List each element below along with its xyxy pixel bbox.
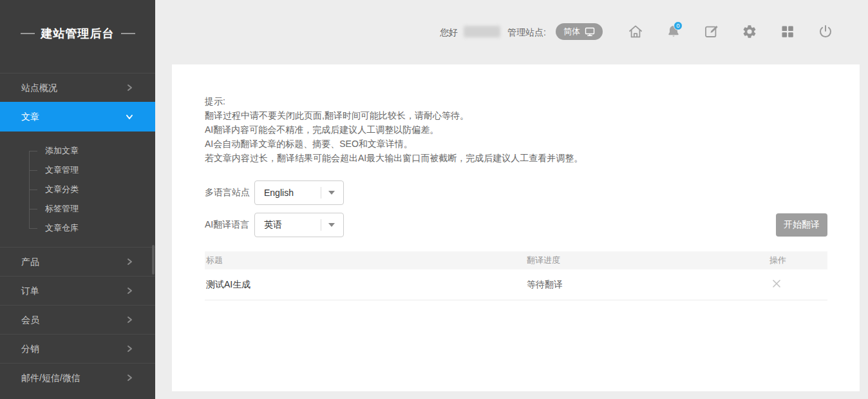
tips-block: 提示: 翻译过程中请不要关闭此页面,翻译时间可能比较长，请耐心等待。 AI翻译内… (205, 94, 583, 165)
submenu-item-add-article[interactable]: 添加文章 (0, 141, 155, 161)
sidebar-item-products[interactable]: 产品 (0, 247, 155, 276)
sidebar-item-label: 产品 (21, 257, 39, 267)
sidebar-item-orders[interactable]: 订单 (0, 276, 155, 305)
row-progress: 等待翻译 (527, 279, 769, 291)
notification-badge: 0 (674, 21, 683, 30)
sidebar-item-label: 站点概况 (21, 83, 57, 93)
chevron-right-icon (126, 287, 133, 295)
ai-language-row: AI翻译语言 英语 (205, 213, 344, 237)
chevron-right-icon (126, 258, 133, 266)
submenu-item-article-management[interactable]: 文章管理 (0, 161, 155, 180)
close-icon[interactable] (771, 278, 782, 289)
submenu-item-label: 标签管理 (45, 204, 79, 213)
articles-submenu: 添加文章 文章管理 文章分类 标签管理 文章仓库 (0, 131, 155, 247)
multilang-site-select[interactable]: English (254, 180, 344, 205)
multilang-site-label: 多语言站点 (205, 187, 254, 199)
select-divider (321, 219, 321, 231)
content-card: 提示: 翻译过程中请不要关闭此页面,翻译时间可能比较长，请耐心等待。 AI翻译内… (172, 64, 860, 391)
table-header-row: 标题 翻译进度 操作 (205, 251, 827, 269)
submenu-item-label: 文章分类 (45, 184, 79, 194)
multilang-site-row: 多语言站点 English (205, 180, 344, 205)
sidebar-item-label: 文章 (21, 112, 39, 122)
sidebar-menu: 站点概况 文章 添加文章 文章管理 文章分类 标签管理 文章仓库 产品 订单 会… (0, 73, 155, 392)
table-header-title: 标题 (205, 255, 527, 266)
sidebar-item-site-overview[interactable]: 站点概况 (0, 73, 155, 102)
sidebar-item-label: 会员 (21, 315, 39, 325)
home-icon[interactable] (628, 24, 643, 39)
tips-line: 翻译过程中请不要关闭此页面,翻译时间可能比较长，请耐心等待。 (205, 108, 583, 122)
tips-line: 若文章内容过长，翻译结果可能会超出AI最大输出窗口而被截断，完成后建议人工查看并… (205, 151, 583, 165)
chevron-right-icon (126, 345, 133, 353)
chevron-right-icon (126, 84, 133, 92)
submenu-item-label: 文章管理 (45, 165, 79, 175)
table-header-progress: 翻译进度 (527, 255, 769, 266)
language-switch-button[interactable]: 简体 (556, 23, 603, 40)
multilang-site-value: English (255, 188, 321, 198)
row-action-cell (769, 278, 827, 291)
title-dash-right (121, 33, 135, 34)
select-divider (321, 187, 321, 199)
chevron-down-icon (126, 113, 133, 121)
submenu-item-article-repository[interactable]: 文章仓库 (0, 219, 155, 238)
sidebar-scrollbar[interactable] (152, 245, 155, 275)
submenu-item-article-category[interactable]: 文章分类 (0, 180, 155, 199)
caret-down-icon (328, 223, 335, 227)
sidebar: 建站管理后台 站点概况 文章 添加文章 文章管理 文章分类 标签管理 文章仓库 … (0, 0, 155, 399)
tips-line: AI会自动翻译文章的标题、摘要、SEO和文章详情。 (205, 137, 583, 151)
ai-language-select[interactable]: 英语 (254, 213, 344, 237)
language-switch-label: 简体 (563, 26, 580, 37)
greeting-text: 您好 (440, 27, 458, 39)
username-redacted (464, 26, 500, 37)
edit-icon[interactable] (704, 24, 719, 39)
tips-title: 提示: (205, 94, 583, 108)
sidebar-item-label: 邮件/短信/微信 (21, 373, 80, 383)
start-translate-button[interactable]: 开始翻译 (776, 213, 827, 237)
sidebar-item-members[interactable]: 会员 (0, 305, 155, 334)
top-header: 您好 管理站点: 简体 0 (155, 0, 868, 63)
app-title: 建站管理后台 (0, 26, 155, 41)
chevron-right-icon (126, 374, 133, 382)
notifications-bell-icon[interactable]: 0 (666, 24, 681, 39)
app-title-text: 建站管理后台 (41, 26, 115, 41)
sidebar-item-articles[interactable]: 文章 (0, 102, 155, 131)
sidebar-item-label: 订单 (21, 286, 39, 296)
ai-language-label: AI翻译语言 (205, 219, 254, 231)
tips-line: AI翻译内容可能会不精准，完成后建议人工调整以防偏差。 (205, 122, 583, 137)
sidebar-item-label: 分销 (21, 344, 39, 354)
sidebar-item-distribution[interactable]: 分销 (0, 334, 155, 363)
submenu-item-tag-management[interactable]: 标签管理 (0, 199, 155, 219)
title-dash-left (21, 33, 35, 34)
apps-grid-icon[interactable] (780, 24, 795, 39)
row-title: 测试AI生成 (205, 279, 527, 291)
table-header-action: 操作 (769, 255, 827, 266)
submenu-item-label: 添加文章 (45, 146, 79, 155)
power-logout-icon[interactable] (818, 24, 833, 39)
ai-language-value: 英语 (255, 219, 321, 231)
caret-down-icon (328, 191, 335, 195)
manage-site-label: 管理站点: (507, 27, 546, 39)
gear-icon[interactable] (742, 24, 757, 39)
table-row: 测试AI生成 等待翻译 (205, 269, 827, 300)
sidebar-item-email-sms-wechat[interactable]: 邮件/短信/微信 (0, 363, 155, 392)
chevron-right-icon (126, 316, 133, 324)
submenu-item-label: 文章仓库 (45, 223, 79, 233)
monitor-icon (585, 27, 595, 37)
translation-table: 标题 翻译进度 操作 测试AI生成 等待翻译 (205, 251, 827, 300)
